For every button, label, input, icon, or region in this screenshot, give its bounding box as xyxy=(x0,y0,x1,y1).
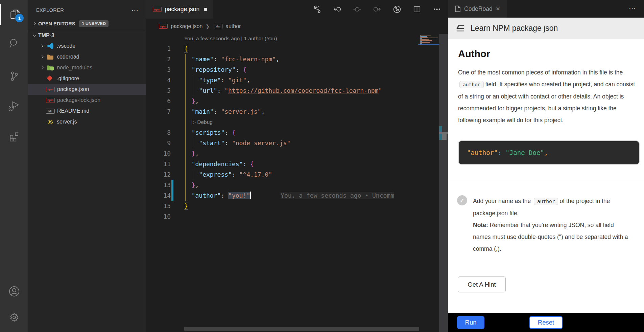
explorer-more-actions-icon[interactable]: ⋯ xyxy=(132,8,139,12)
tab-coderoad[interactable]: CodeRoad ✕ xyxy=(448,0,507,18)
line-content: } xyxy=(184,201,188,211)
account-icon[interactable] xyxy=(0,281,28,302)
tree-item-.vscode[interactable]: .vscode xyxy=(28,41,146,51)
modified-line-indicator xyxy=(171,190,173,201)
overview-ruler[interactable] xyxy=(439,34,448,332)
gitlens-annotations-icon[interactable] xyxy=(393,5,401,14)
tutorial-title: Learn NPM package json xyxy=(471,24,558,33)
vscode-icon xyxy=(46,43,54,49)
source-control-icon[interactable] xyxy=(0,66,28,87)
minimap-current-line xyxy=(418,44,439,45)
tab-title: package.json xyxy=(165,6,199,13)
lesson-heading: Author xyxy=(458,48,490,60)
activity-bar: 1 xyxy=(0,0,28,332)
code-line-3: 3 "repository": { xyxy=(146,64,448,75)
split-editor-icon[interactable] xyxy=(413,5,421,14)
next-change-icon[interactable] xyxy=(373,5,381,14)
divider xyxy=(448,179,644,179)
vscode-window: 1 EXPLORER ⋯ OPEN EDITORS 1 UNSAVED xyxy=(0,0,644,332)
chevron-right-icon xyxy=(39,43,45,49)
chevron-down-icon xyxy=(31,33,38,38)
tree-item-README.md[interactable]: M↓README.md xyxy=(28,106,146,116)
more-actions-icon[interactable] xyxy=(433,5,441,14)
previous-change-icon[interactable] xyxy=(333,5,341,14)
line-number: 7 xyxy=(146,106,184,117)
run-button[interactable]: Run xyxy=(457,316,484,329)
tutorial-content: Author One of the most common pieces of … xyxy=(448,39,644,313)
panel-tab-title: CodeRoad xyxy=(464,5,493,13)
line-number: 10 xyxy=(146,148,184,159)
file-name: package-lock.json xyxy=(57,97,100,103)
abc-symbol-icon: abc xyxy=(214,24,222,29)
tree-item-.gitignore[interactable]: .gitignore xyxy=(28,73,146,84)
npm-icon: npm xyxy=(159,24,168,29)
file-name: README.md xyxy=(57,108,89,114)
task-check-icon: ✓ xyxy=(457,195,467,205)
breadcrumb-symbol[interactable]: author xyxy=(225,23,241,29)
file-name: node_modules xyxy=(57,65,92,71)
tree-item-package-lock.json[interactable]: npmpackage-lock.json xyxy=(28,95,146,106)
js-icon: JS xyxy=(46,119,54,125)
git-icon xyxy=(46,75,54,82)
search-icon[interactable] xyxy=(0,33,28,54)
reset-button[interactable]: Reset xyxy=(529,316,563,329)
code-line-11: 11 "dependencies": { xyxy=(146,159,448,169)
code-line-10: 10 }, xyxy=(146,148,448,159)
workspace-root-folder[interactable]: TMP-3 xyxy=(28,30,146,41)
chevron-right-icon xyxy=(39,108,45,114)
lesson-paragraph: One of the most common pieces of informa… xyxy=(458,67,641,126)
modified-line-indicator xyxy=(171,180,173,190)
code-editor[interactable]: You, a few seconds ago | 1 author (You)1… xyxy=(146,34,448,222)
menu-back-icon[interactable] xyxy=(455,24,465,33)
settings-gear-icon[interactable] xyxy=(0,307,28,328)
codelens-debug[interactable]: ▷ Debug xyxy=(146,117,448,127)
example-code-block: "author": "Jane Doe", xyxy=(458,140,640,165)
line-number: 14 xyxy=(146,190,184,201)
close-icon[interactable]: ✕ xyxy=(496,6,500,12)
sidebar-title: EXPLORER xyxy=(36,7,64,13)
line-number: 6 xyxy=(146,96,184,106)
line-content: }, xyxy=(184,180,199,190)
node-icon xyxy=(46,65,54,71)
npm-icon: npm xyxy=(46,98,55,103)
tree-item-node_modules[interactable]: node_modules xyxy=(28,62,146,73)
line-content: "start": "node server.js" xyxy=(184,138,290,148)
code-line-1: 1{ xyxy=(146,43,448,54)
dirty-indicator-icon[interactable] xyxy=(204,8,207,11)
inline-code-chip: author xyxy=(459,81,484,88)
panel-more-actions-icon[interactable]: ⋯ xyxy=(629,4,637,12)
get-hint-button[interactable]: Get A Hint xyxy=(458,276,506,292)
file-name: package.json xyxy=(57,86,89,92)
explorer-badge: 1 xyxy=(15,13,24,23)
tree-item-server.js[interactable]: JSserver.js xyxy=(28,116,146,127)
ruler-thumb[interactable] xyxy=(442,132,447,140)
code-line-5: 5 "url": "https://github.com/coderoad/fc… xyxy=(146,85,448,96)
coderoad-panel: CodeRoad ✕ ⋯ Learn NPM package json Auth… xyxy=(448,0,644,332)
breadcrumb-file[interactable]: package.json xyxy=(171,23,202,29)
npm-icon: npm xyxy=(46,87,55,92)
code-line-14: 14 "author": "you!"You, a few seconds ag… xyxy=(146,190,448,201)
horizontal-scrollbar[interactable] xyxy=(184,327,419,331)
chevron-right-icon xyxy=(39,87,45,92)
open-changes-icon[interactable] xyxy=(313,5,321,14)
explorer-icon[interactable]: 1 xyxy=(0,4,29,25)
chevron-separator-icon: ❯ xyxy=(206,24,210,29)
code-line-16: 16 xyxy=(146,211,448,222)
chevron-right-icon xyxy=(39,97,45,103)
line-number: 5 xyxy=(146,85,184,96)
tree-item-coderoad[interactable]: coderoad xyxy=(28,51,146,62)
run-debug-icon[interactable] xyxy=(0,95,28,116)
minimap-line xyxy=(420,38,438,38)
extensions-icon[interactable] xyxy=(0,126,28,147)
task-item: ✓ Add your name as the authorof the proj… xyxy=(457,195,633,255)
tree-item-package.json[interactable]: npmpackage.json xyxy=(28,84,146,95)
code-line-4: 4 "type": "git", xyxy=(146,75,448,85)
open-editors-section[interactable]: OPEN EDITORS 1 UNSAVED xyxy=(28,18,146,30)
center-change-icon[interactable] xyxy=(353,5,361,14)
tab-package-json[interactable]: npm package.json xyxy=(146,0,213,19)
code-line-8: 8 "scripts": { xyxy=(146,127,448,138)
code-lines: You, a few seconds ago | 1 author (You)1… xyxy=(146,34,448,222)
code-line-7: 7 "main": "server.js", xyxy=(146,106,448,117)
chevron-right-icon xyxy=(39,76,45,81)
line-content: "scripts": { xyxy=(184,127,236,138)
